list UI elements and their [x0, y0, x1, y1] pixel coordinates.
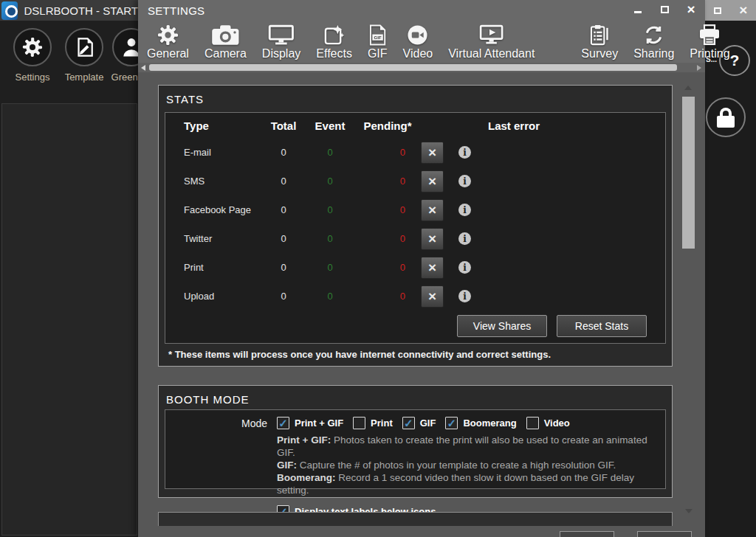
toolbar-item-sharing[interactable]: Sharing [633, 22, 674, 60]
mode-checkbox[interactable]: ✓ [445, 417, 458, 429]
settings-titlebar: SETTINGS × [138, 0, 705, 21]
mode-option-boomerang: ✓ Boomerang [445, 417, 516, 429]
toolbar-item-general[interactable]: General [147, 22, 189, 60]
template-icon [74, 37, 94, 58]
mode-options: ✓ Print + GIF Print ✓ GIF ✓ Boomerang Vi… [267, 417, 570, 429]
booth-mode-section: BOOTH MODE Mode ✓ Print + GIF Print ✓ GI… [158, 385, 673, 498]
info-icon[interactable]: i [458, 261, 471, 274]
toolbar-item-display[interactable]: Display [262, 22, 300, 60]
toolbar-item-printing[interactable]: Printing [690, 22, 729, 60]
printing-icon [698, 22, 721, 46]
partial-button-2[interactable] [637, 531, 692, 537]
settings-minimize-button[interactable] [630, 4, 646, 15]
stat-event: 0 [313, 147, 347, 158]
settings-vertical-scrollbar[interactable] [681, 83, 696, 515]
booth-mode-panel: Mode ✓ Print + GIF Print ✓ GIF ✓ Boomera… [165, 409, 666, 489]
stats-table-row: SMS 0 0 0 × i [165, 167, 665, 195]
sidebar-item-settings[interactable]: Settings [7, 28, 58, 83]
mode-checkbox[interactable]: ✓ [402, 417, 415, 429]
clear-stat-button[interactable]: × [421, 199, 444, 221]
toolbar-item-video[interactable]: Video [403, 22, 433, 60]
mode-description-line: GIF: Capture the # of photos in your tem… [277, 459, 665, 471]
scroll-left-arrow-icon[interactable] [141, 65, 145, 71]
clear-stat-button[interactable]: × [421, 285, 444, 308]
question-mark-icon: ? [730, 52, 740, 69]
mode-description-line: Print + GIF: Photos taken to create the … [277, 434, 665, 459]
main-content-panel [1, 103, 137, 536]
stats-table: Type Total Event Pending* Last error E-m… [165, 112, 666, 344]
settings-maximize-button[interactable] [656, 4, 673, 15]
main-sidebar: Settings Template Green Sc [0, 21, 138, 103]
gif-icon: GIF [368, 22, 387, 46]
scroll-up-arrow-icon[interactable] [684, 86, 692, 90]
settings-window: SETTINGS × General Camera Display Effect… [138, 0, 705, 537]
stat-type: Facebook Page [184, 204, 261, 215]
stats-table-row: Upload 0 0 0 × i [165, 282, 665, 311]
main-close-button[interactable]: × [735, 4, 752, 16]
stat-total: 0 [269, 291, 298, 302]
main-right-panel: S... ? [705, 21, 756, 537]
stat-event: 0 [313, 262, 347, 273]
main-window-titlebar: DSLRBOOTH - START [0, 0, 138, 21]
survey-icon [590, 22, 609, 46]
mode-checkbox[interactable]: ✓ [277, 417, 289, 429]
reset-stats-button[interactable]: Reset Stats [557, 315, 647, 337]
horizontal-scroll-thumb[interactable] [149, 64, 677, 71]
stat-pending: 0 [358, 291, 417, 302]
clear-stat-button[interactable]: × [421, 257, 444, 279]
mode-checkbox[interactable] [526, 417, 539, 429]
toolbar-item-virtual-attendant[interactable]: Virtual Attendant [448, 22, 535, 60]
clear-stat-button[interactable]: × [421, 142, 444, 164]
svg-text:GIF: GIF [374, 35, 381, 40]
mode-option-gif: ✓ GIF [402, 417, 436, 429]
partial-button-1[interactable] [560, 531, 614, 537]
info-icon[interactable]: i [458, 290, 471, 302]
settings-close-button[interactable]: × [683, 4, 699, 15]
clear-stat-button[interactable]: × [421, 228, 444, 250]
stat-total: 0 [269, 204, 298, 215]
stats-table-row: Facebook Page 0 0 0 × i [165, 195, 665, 224]
stat-total: 0 [269, 233, 298, 244]
stat-type: Print [184, 262, 261, 273]
scroll-down-arrow-icon[interactable] [685, 509, 693, 513]
info-icon[interactable]: i [458, 204, 471, 216]
toolbar-horizontal-scrollbar[interactable] [138, 63, 705, 72]
toolbar-item-gif[interactable]: GIF GIF [368, 22, 388, 60]
settings-window-title: SETTINGS [148, 4, 205, 17]
stats-table-header: Type Total Event Pending* Last error [165, 113, 665, 138]
x-icon: × [428, 173, 436, 190]
stats-section-title: STATS [159, 86, 672, 105]
info-icon[interactable]: i [458, 146, 471, 159]
settings-gear-icon [22, 37, 43, 58]
vertical-scroll-thumb[interactable] [682, 97, 695, 249]
lock-button[interactable] [706, 97, 746, 137]
column-header-pending: Pending* [358, 119, 417, 132]
scroll-right-arrow-icon[interactable] [697, 65, 701, 71]
main-maximize-button[interactable] [709, 4, 726, 16]
info-icon[interactable]: i [458, 175, 471, 187]
toolbar-item-camera[interactable]: Camera [205, 22, 247, 60]
stat-pending: 0 [358, 147, 417, 158]
mode-option-print: Print [353, 417, 393, 429]
main-window-title: DSLRBOOTH - START [24, 4, 138, 17]
sidebar-item-template[interactable]: Template [58, 28, 110, 83]
stats-table-row: Twitter 0 0 0 × i [165, 224, 665, 253]
view-shares-button[interactable]: View Shares [457, 315, 547, 337]
clear-stat-button[interactable]: × [421, 170, 444, 193]
mode-options-row: Mode ✓ Print + GIF Print ✓ GIF ✓ Boomera… [165, 417, 665, 429]
stat-type: E-mail [184, 147, 261, 158]
display-icon [268, 22, 295, 46]
toolbar-item-effects[interactable]: Effects [316, 22, 352, 60]
mode-descriptions: Print + GIF: Photos taken to create the … [277, 434, 665, 496]
dslrbooth-logo-icon [1, 1, 18, 20]
toolbar-item-survey[interactable]: Survey [581, 22, 618, 60]
stats-table-row: Print 0 0 0 × i [165, 253, 665, 282]
info-icon[interactable]: i [458, 232, 471, 245]
stat-total: 0 [269, 147, 298, 158]
stat-type: Upload [184, 291, 261, 302]
mode-checkbox[interactable] [353, 417, 365, 429]
virtual-attendant-icon [478, 22, 504, 46]
stats-footnote: * These items will process once you have… [168, 349, 551, 360]
x-icon: × [428, 288, 436, 305]
column-header-event: Event [313, 119, 347, 132]
